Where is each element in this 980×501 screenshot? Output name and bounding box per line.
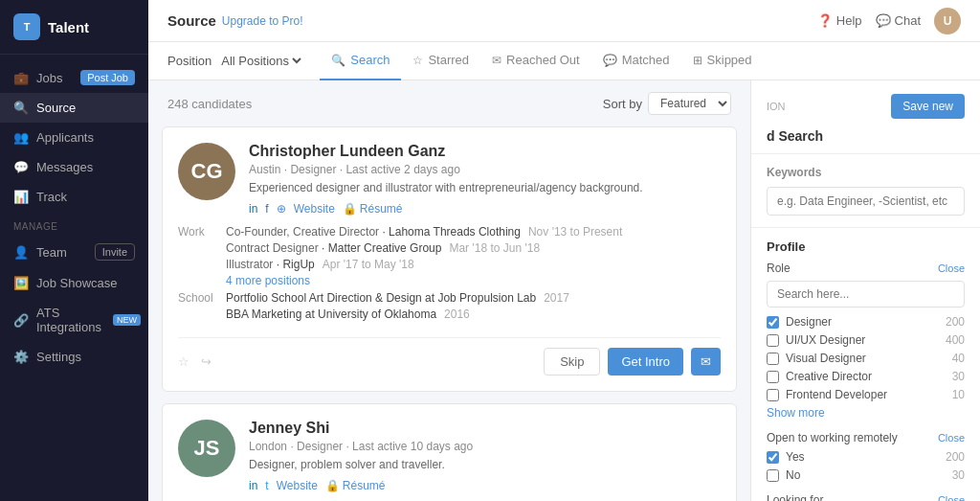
forward-icon[interactable]: ↪ bbox=[201, 354, 212, 369]
sidebar-item-applicants[interactable]: 👥 Applicants bbox=[0, 123, 148, 152]
candidate-meta: London · Designer · Last active 10 days … bbox=[249, 440, 721, 453]
uiux-checkbox[interactable] bbox=[767, 334, 779, 347]
role-option-visual[interactable]: Visual Designer 40 bbox=[767, 352, 965, 365]
more-positions-link[interactable]: 4 more positions bbox=[226, 274, 721, 287]
profile-section: Profile Role Close Designer 200 UI/UX De… bbox=[751, 228, 980, 501]
star-action-icon[interactable]: ☆ bbox=[178, 354, 189, 369]
lock-icon: 🔒 bbox=[325, 479, 340, 492]
school-item: Portfolio School Art Direction & Design … bbox=[226, 291, 721, 305]
sort-select[interactable]: Featured bbox=[648, 92, 731, 115]
dribbble-link[interactable]: ⊕ bbox=[277, 202, 286, 216]
remote-yes-option[interactable]: Yes 200 bbox=[767, 450, 965, 464]
remote-no-checkbox[interactable] bbox=[767, 469, 779, 482]
role-close[interactable]: Close bbox=[938, 262, 965, 274]
looking-for-label: Looking for bbox=[767, 493, 823, 501]
work-item: Contract Designer · Matter Creative Grou… bbox=[226, 241, 721, 255]
remote-no-option[interactable]: No 30 bbox=[767, 468, 965, 482]
twitter-link[interactable]: t bbox=[265, 479, 268, 492]
website-link[interactable]: Website bbox=[277, 479, 318, 492]
last-active: Last active 2 days ago bbox=[345, 163, 459, 176]
intro-label: Get Intro bbox=[621, 354, 670, 369]
linkedin-icon: in bbox=[249, 202, 257, 216]
tab-reached-out[interactable]: ✉ Reached Out bbox=[480, 42, 591, 80]
remote-no-count: 30 bbox=[952, 468, 965, 482]
linkedin-link[interactable]: in bbox=[249, 479, 257, 492]
search-tab-icon: 🔍 bbox=[331, 54, 345, 67]
facebook-link[interactable]: f bbox=[265, 202, 268, 216]
message-button[interactable]: ✉ bbox=[691, 348, 721, 376]
sidebar-item-team[interactable]: 👤 Team Invite bbox=[0, 236, 148, 268]
designer-checkbox[interactable] bbox=[767, 316, 779, 329]
dribbble-icon: ⊕ bbox=[277, 202, 286, 216]
logo-icon: T bbox=[13, 13, 40, 40]
work-label: Work bbox=[178, 225, 216, 287]
role-option-uiux[interactable]: UI/UX Designer 400 bbox=[767, 333, 965, 347]
keywords-input[interactable] bbox=[767, 187, 965, 216]
tab-skipped[interactable]: ⊞ Skipped bbox=[681, 42, 764, 80]
avatar: CG bbox=[178, 143, 235, 200]
sidebar-item-jobs[interactable]: 💼 Jobs Post Job bbox=[0, 62, 148, 93]
role-option-designer[interactable]: Designer 200 bbox=[767, 315, 965, 329]
frontend-checkbox[interactable] bbox=[767, 389, 779, 401]
filters-ion-label: ION bbox=[767, 101, 786, 112]
role-label: Role bbox=[767, 262, 791, 275]
help-button[interactable]: ❓ Help bbox=[817, 13, 862, 28]
sidebar-item-settings[interactable]: ⚙️ Settings bbox=[0, 342, 148, 372]
app-logo: T Talent bbox=[0, 0, 148, 55]
tab-matched[interactable]: 💬 Matched bbox=[591, 42, 681, 80]
search-icon: 🔍 bbox=[13, 101, 29, 115]
sidebar-item-source[interactable]: 🔍 Source bbox=[0, 93, 148, 123]
topbar-title: Source Upgrade to Pro! bbox=[167, 12, 303, 29]
tab-label: Matched bbox=[622, 53, 670, 67]
avatar[interactable]: U bbox=[934, 8, 961, 34]
resume-link[interactable]: 🔒 Résumé bbox=[343, 202, 403, 216]
creative-count: 30 bbox=[952, 370, 965, 383]
role-option-creative[interactable]: Creative Director 30 bbox=[767, 370, 965, 383]
frontend-count: 10 bbox=[952, 388, 965, 401]
save-new-button[interactable]: Save new bbox=[891, 94, 965, 119]
show-more-roles[interactable]: Show more bbox=[767, 406, 965, 420]
invite-button[interactable]: Invite bbox=[95, 243, 135, 261]
role-search-input[interactable] bbox=[767, 281, 965, 307]
candidates-panel: 248 candidates Sort by Featured CG Chris… bbox=[148, 80, 750, 501]
card-action-icons: ☆ ↪ bbox=[178, 354, 212, 369]
remote-yes-checkbox[interactable] bbox=[767, 451, 779, 464]
sidebar-item-label: Source bbox=[36, 101, 76, 115]
avatar: JS bbox=[178, 420, 235, 477]
content-area: 248 candidates Sort by Featured CG Chris… bbox=[148, 80, 980, 501]
tab-starred[interactable]: ☆ Starred bbox=[401, 42, 480, 80]
upgrade-link[interactable]: Upgrade to Pro! bbox=[222, 14, 303, 28]
app-name: Talent bbox=[48, 19, 89, 35]
designer-count: 200 bbox=[946, 315, 965, 329]
chat-button[interactable]: 💬 Chat bbox=[876, 13, 921, 28]
sort-by: Sort by Featured bbox=[603, 92, 731, 115]
resume-link[interactable]: 🔒 Résumé bbox=[325, 479, 386, 492]
position-select[interactable]: All Positions bbox=[217, 53, 304, 69]
sidebar-item-job-showcase[interactable]: 🖼️ Job Showcase bbox=[0, 268, 148, 298]
website-link[interactable]: Website bbox=[294, 202, 335, 216]
tab-label: Skipped bbox=[707, 53, 752, 67]
twitter-icon: t bbox=[265, 479, 268, 492]
linkedin-link[interactable]: in bbox=[249, 202, 257, 216]
frontend-label: Frontend Developer bbox=[786, 388, 887, 401]
post-job-button[interactable]: Post Job bbox=[80, 70, 135, 85]
remote-close[interactable]: Close bbox=[938, 432, 965, 444]
sidebar-item-ats[interactable]: 🔗 ATS Integrations NEW bbox=[0, 298, 148, 342]
tab-search[interactable]: 🔍 Search bbox=[320, 42, 401, 80]
chat-label: Chat bbox=[895, 13, 921, 28]
visual-checkbox[interactable] bbox=[767, 353, 779, 365]
school-content: Portfolio School Art Direction & Design … bbox=[226, 291, 721, 324]
sidebar-item-track[interactable]: 📊 Track bbox=[0, 182, 148, 212]
work-row: Work Co-Founder, Creative Director · Lah… bbox=[178, 225, 721, 287]
source-label: Source bbox=[167, 12, 216, 29]
skip-button[interactable]: Skip bbox=[544, 348, 600, 376]
role-option-frontend[interactable]: Frontend Developer 10 bbox=[767, 388, 965, 401]
position-filter[interactable]: Position All Positions bbox=[167, 53, 304, 69]
help-label: Help bbox=[836, 13, 862, 28]
sidebar-item-messages[interactable]: 💬 Messages bbox=[0, 152, 148, 182]
get-intro-button[interactable]: Get Intro bbox=[608, 348, 683, 376]
looking-close[interactable]: Close bbox=[938, 494, 965, 501]
creative-checkbox[interactable] bbox=[767, 371, 779, 383]
gear-icon: ⚙️ bbox=[13, 350, 29, 364]
looking-for-row: Looking for Close bbox=[767, 493, 965, 501]
